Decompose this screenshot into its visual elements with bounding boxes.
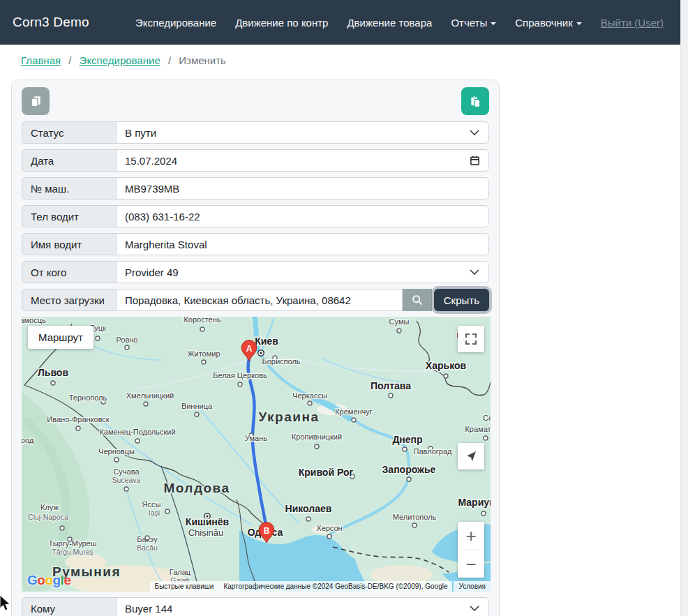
svg-text:Bacău: Bacău <box>137 543 158 552</box>
nav-item-reports[interactable]: Отчеты <box>451 17 496 29</box>
svg-text:Галац: Галац <box>170 568 191 576</box>
svg-text:Сумы: Сумы <box>389 317 410 326</box>
search-button[interactable] <box>403 289 432 311</box>
svg-text:A: A <box>246 344 253 354</box>
form-row-date: Дата <box>22 149 489 172</box>
svg-text:Кременчуг: Кременчуг <box>335 407 373 416</box>
calendar-icon[interactable] <box>470 156 480 166</box>
map-my-location-button[interactable] <box>458 443 484 469</box>
map-zoom-control: + − <box>458 522 484 578</box>
form-row-driver-name: Имя водит <box>22 233 489 255</box>
nav-item-directory[interactable]: Справочник <box>515 17 582 29</box>
svg-text:Львов: Львов <box>38 367 68 378</box>
truck-number-field <box>116 177 489 200</box>
svg-text:Черновцы: Черновцы <box>98 447 135 456</box>
page-scrollbar[interactable] <box>680 0 688 616</box>
truck-number-input[interactable] <box>125 183 480 195</box>
nav-item-goods-movement[interactable]: Движение товара <box>347 17 432 29</box>
svg-text:Cluj-Napoca: Cluj-Napoca <box>28 513 68 521</box>
svg-text:Николаев: Николаев <box>285 503 332 514</box>
nav-item-expediting[interactable]: Экспедирование <box>135 17 216 29</box>
breadcrumb-expediting[interactable]: Экспедирование <box>80 54 160 66</box>
svg-text:Ровно: Ровно <box>116 336 137 344</box>
caret-down-icon <box>576 22 582 28</box>
svg-text:Сучава: Сучава <box>113 467 140 476</box>
form-row-truck-number: № маш. <box>22 177 489 200</box>
route-button[interactable]: Маршрут <box>28 326 94 349</box>
svg-text:Тернополь: Тернополь <box>69 393 107 402</box>
svg-text:Винница: Винница <box>181 402 213 410</box>
map-shortcuts-button[interactable]: Быстрые клавиши <box>150 581 219 592</box>
copy-button[interactable] <box>22 87 50 115</box>
svg-text:Кропивницкий: Кропивницкий <box>292 433 342 441</box>
driver-name-field <box>116 233 489 255</box>
to-value: Buyer 144 <box>125 603 172 615</box>
driver-name-input[interactable] <box>125 239 480 250</box>
from-value: Provider 49 <box>125 266 179 278</box>
map-terms-link[interactable]: Условия <box>454 581 491 592</box>
paste-button[interactable] <box>461 87 489 115</box>
nav-links: Экспедирование Движение по контр Движени… <box>117 17 664 29</box>
status-label: Статус <box>22 121 116 144</box>
svg-text:Се: Се <box>483 414 491 422</box>
date-label: Дата <box>22 149 116 172</box>
chevron-down-icon <box>470 130 479 135</box>
date-input[interactable] <box>125 155 480 167</box>
nav-item-contract-movement[interactable]: Движение по контр <box>235 17 328 29</box>
copy-icon <box>30 96 42 107</box>
loading-place-field <box>116 289 403 311</box>
to-select[interactable]: Buyer 144 <box>116 597 489 616</box>
form-row-loading-place: Место загрузки Скрыть <box>22 289 489 311</box>
svg-text:Клуж: Клуж <box>40 503 59 511</box>
map-attribution: Быстрые клавиши Картографические данные … <box>150 581 491 592</box>
zoom-out-button[interactable]: − <box>458 550 484 578</box>
google-logo[interactable]: Google <box>27 573 70 588</box>
hide-map-button[interactable]: Скрыть <box>434 289 489 311</box>
driver-phone-input[interactable] <box>125 211 480 223</box>
date-field <box>116 149 489 172</box>
navbar: Corn3 Demo Экспедирование Движение по ко… <box>0 0 680 45</box>
form-row-status: Статус В пути <box>22 121 489 144</box>
status-select[interactable]: В пути <box>116 121 489 144</box>
svg-text:Белая Церковь: Белая Церковь <box>213 371 267 380</box>
svg-text:Тыргу-Муреш: Тыргу-Муреш <box>48 539 96 548</box>
nav-logout-link[interactable]: Выйти (User) <box>601 17 664 29</box>
form-row-to: Кому Buyer 144 <box>22 597 489 616</box>
truck-number-label: № маш. <box>22 177 116 200</box>
svg-text:Украина: Украина <box>258 410 319 424</box>
zoom-in-button[interactable]: + <box>458 522 484 549</box>
form-toolbar <box>22 87 489 115</box>
svg-text:Кривой Рог: Кривой Рог <box>299 467 354 478</box>
from-select[interactable]: Provider 49 <box>116 261 489 283</box>
svg-text:Крамато: Крамато <box>465 425 491 433</box>
map-data-attribution: Картографические данные ©2024 GeoBasis-D… <box>218 581 452 592</box>
chevron-down-icon <box>470 606 479 611</box>
breadcrumb-separator: / <box>68 54 71 66</box>
svg-text:Коростень: Коростень <box>184 317 220 324</box>
breadcrumb-separator: / <box>168 54 171 66</box>
to-label: Кому <box>22 597 116 616</box>
svg-text:Мариуп: Мариуп <box>458 497 491 508</box>
svg-text:Târgu Mureș: Târgu Mureș <box>52 548 94 556</box>
map-canvas: амосцьЛуцкРовноКоростеньЖитомирКиевБорис… <box>22 317 491 592</box>
svg-text:Киев: Киев <box>255 336 278 347</box>
loading-place-input[interactable] <box>125 294 394 306</box>
svg-text:Харьков: Харьков <box>426 360 467 371</box>
svg-text:род: род <box>22 436 34 444</box>
driver-phone-field <box>116 205 489 227</box>
app-brand: Corn3 Demo <box>13 15 89 30</box>
form-row-driver-phone: Тел водит <box>22 205 489 227</box>
svg-text:Запорожье: Запорожье <box>382 464 436 475</box>
breadcrumb-home[interactable]: Главная <box>21 54 61 66</box>
svg-text:Черкассы: Черкассы <box>292 391 327 400</box>
svg-text:Борисполь: Борисполь <box>262 357 300 366</box>
breadcrumb-current: Изменить <box>179 54 226 66</box>
svg-text:Хмельницкий: Хмельницкий <box>126 391 174 400</box>
from-label: От кого <box>22 261 116 283</box>
svg-text:Chișinău: Chișinău <box>188 527 224 538</box>
svg-text:Полтава: Полтава <box>371 380 411 391</box>
map-fullscreen-button[interactable] <box>458 326 484 352</box>
svg-text:Павлоград: Павлоград <box>414 447 453 456</box>
google-map[interactable]: амосцьЛуцкРовноКоростеньЖитомирКиевБорис… <box>22 317 491 592</box>
svg-text:Iași: Iași <box>149 509 160 517</box>
